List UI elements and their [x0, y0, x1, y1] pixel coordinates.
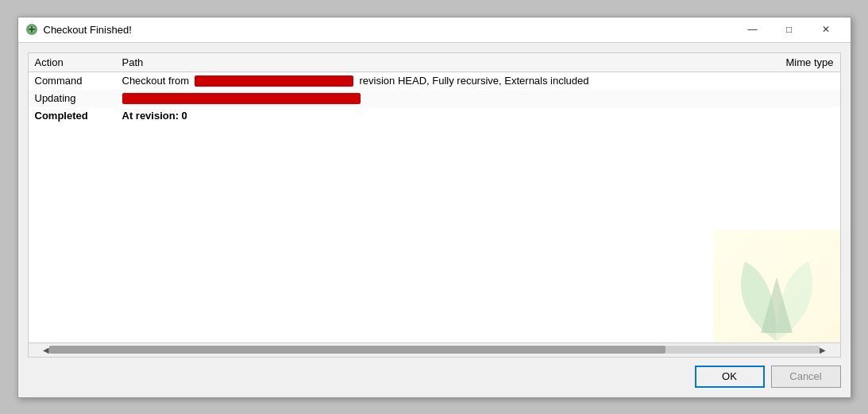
- window-body: Action Path Mime type Command Checkout f…: [18, 43, 851, 397]
- row-path-command: Checkout from revision HEAD, Fully recur…: [122, 75, 754, 87]
- log-table: Action Path Mime type Command Checkout f…: [28, 52, 841, 358]
- title-bar: Checkout Finished! — □ ✕: [18, 17, 851, 43]
- minimize-button[interactable]: —: [735, 17, 771, 42]
- checkout-finished-dialog: Checkout Finished! — □ ✕ Action Path Mim…: [17, 17, 851, 398]
- path-suffix-command: revision HEAD, Fully recursive, External…: [357, 75, 589, 87]
- redacted-url-updating: [122, 93, 361, 104]
- table-header: Action Path Mime type: [29, 53, 840, 72]
- row-action-command: Command: [35, 75, 122, 87]
- col-header-mime: Mime type: [754, 56, 834, 68]
- scroll-left-arrow[interactable]: ◀: [43, 346, 49, 354]
- scrollbar-thumb[interactable]: [49, 346, 665, 354]
- redacted-url-command: [195, 75, 353, 87]
- ok-button[interactable]: OK: [695, 366, 765, 388]
- row-path-updating: [122, 92, 754, 105]
- col-header-action: Action: [35, 56, 122, 68]
- row-action-completed: Completed: [35, 110, 122, 122]
- table-row: Completed At revision: 0: [29, 107, 840, 125]
- window-controls: — □ ✕: [735, 17, 844, 42]
- cancel-button[interactable]: Cancel: [771, 366, 841, 388]
- table-body: Command Checkout from revision HEAD, Ful…: [29, 72, 840, 342]
- col-header-path: Path: [122, 56, 754, 68]
- svg-rect-3: [31, 26, 33, 33]
- window-title: Checkout Finished!: [44, 24, 735, 36]
- footer: OK Cancel: [28, 358, 841, 388]
- maximize-button[interactable]: □: [771, 17, 808, 42]
- scroll-right-arrow[interactable]: ▶: [820, 346, 826, 354]
- close-button[interactable]: ✕: [808, 17, 844, 42]
- row-action-updating: Updating: [35, 92, 122, 104]
- checkout-icon: [25, 22, 39, 37]
- horizontal-scrollbar[interactable]: ◀ ▶: [29, 342, 840, 357]
- scrollbar-track[interactable]: [49, 346, 820, 354]
- path-prefix-command: Checkout from: [122, 75, 192, 87]
- table-row: Updating: [29, 90, 840, 107]
- row-path-completed: At revision: 0: [122, 110, 754, 122]
- table-row: Command Checkout from revision HEAD, Ful…: [29, 72, 840, 90]
